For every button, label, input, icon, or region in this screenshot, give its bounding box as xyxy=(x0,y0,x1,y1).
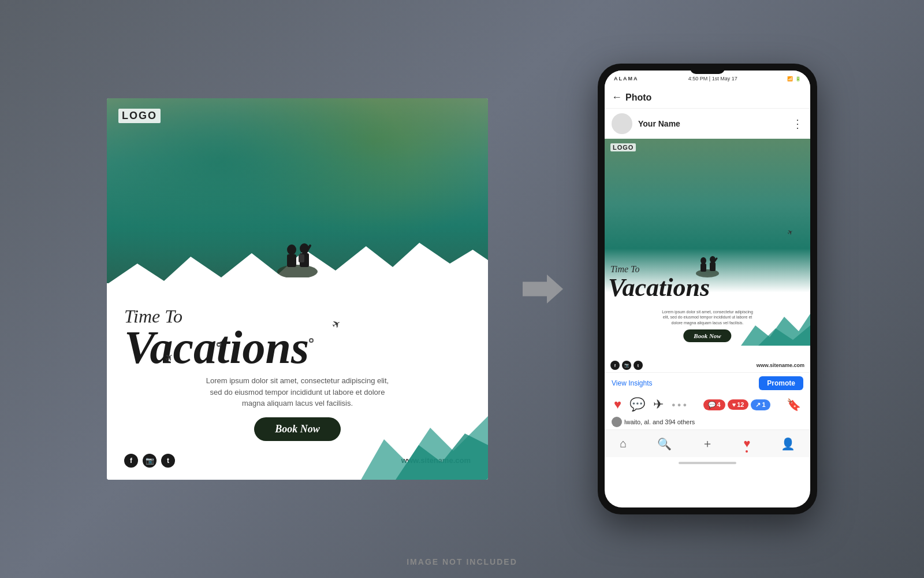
nav-active-dot xyxy=(746,450,748,453)
svg-point-0 xyxy=(277,265,318,277)
bottom-nav: ⌂ 🔍 ＋ ♥ 👤 xyxy=(605,429,810,457)
facebook-icon[interactable]: f xyxy=(124,454,138,468)
arrow-divider xyxy=(523,275,563,303)
like-button[interactable]: ♥ xyxy=(614,397,621,412)
phone-post-image: LOGO ✈ Time To Vacati xyxy=(605,139,810,358)
share-count: 1 xyxy=(762,401,765,408)
action-icons: ♥ 💬 ✈ ● ● ● xyxy=(614,397,687,412)
battery-icon: 🔋 xyxy=(795,76,801,81)
phone-couple-silhouette xyxy=(693,246,722,277)
nav-search-icon[interactable]: 🔍 xyxy=(657,437,672,451)
svg-rect-11 xyxy=(701,264,706,272)
phone-social-icons: f 📷 t xyxy=(610,361,643,370)
liker-avatar-1 xyxy=(612,417,622,427)
share-badge: ↗ 1 xyxy=(751,399,770,410)
nav-profile-icon[interactable]: 👤 xyxy=(781,437,795,451)
nav-home-icon[interactable]: ⌂ xyxy=(620,437,627,450)
phone-mockup: ALAMA 4:50 PM | 1st May 17 📶 🔋 ← Photo Y… xyxy=(598,64,817,514)
bookmark-button[interactable]: 🔖 xyxy=(787,398,801,412)
comment-badge: 💬 4 xyxy=(703,399,725,410)
svg-rect-2 xyxy=(287,254,296,267)
bottom-label: IMAGE NOT INCLUDED xyxy=(407,557,517,566)
phone-website-url: www.sitename.com xyxy=(757,362,804,368)
book-now-button[interactable]: Book Now xyxy=(254,417,341,441)
status-icons: 📶 🔋 xyxy=(787,76,801,81)
home-indicator xyxy=(605,457,810,469)
nav-add-icon[interactable]: ＋ xyxy=(702,436,713,451)
phone-post-footer: f 📷 t www.sitename.com xyxy=(605,358,810,372)
pin-marker-2 xyxy=(217,342,221,347)
svg-point-10 xyxy=(701,257,706,264)
vacations-text: Vacations xyxy=(124,327,471,368)
like-badge-icon: ♥ xyxy=(732,401,736,408)
wifi-icon: 📶 xyxy=(787,76,793,81)
svg-point-1 xyxy=(287,244,296,255)
social-media-card: LOGO ✈ ✈ Time To Vacations Lorem ipsum d… xyxy=(107,98,488,480)
like-badge: ♥ 12 xyxy=(728,399,749,410)
card-logo: LOGO xyxy=(118,109,161,123)
promote-button[interactable]: Promote xyxy=(759,376,803,390)
couple-silhouette xyxy=(274,225,321,277)
time-text: 4:50 PM | 1st May 17 xyxy=(688,76,737,81)
nav-heart-icon[interactable]: ♥ xyxy=(744,437,751,450)
phone-twitter-icon[interactable]: t xyxy=(634,361,643,370)
phone-book-now-button[interactable]: Book Now xyxy=(683,329,731,342)
like-count: 12 xyxy=(737,401,744,408)
comment-badge-icon: 💬 xyxy=(708,401,716,409)
phone-vacations-text: Vacations xyxy=(608,275,710,301)
twitter-icon[interactable]: t xyxy=(161,454,175,468)
insights-row: View Insights Promote xyxy=(605,372,810,394)
post-actions-row: ♥ 💬 ✈ ● ● ● 💬 4 ♥ 12 ↗ xyxy=(605,394,810,416)
phone-screen: ALAMA 4:50 PM | 1st May 17 📶 🔋 ← Photo Y… xyxy=(605,71,810,507)
phone-description: Lorem ipsum dolor sit amet, consectetur … xyxy=(661,309,754,326)
more-options-button[interactable]: ⋮ xyxy=(792,117,803,131)
share-badge-icon: ↗ xyxy=(755,401,761,409)
share-button[interactable]: ✈ xyxy=(653,397,664,412)
phone-airplane-icon: ✈ xyxy=(785,227,795,237)
page-title: Photo xyxy=(625,92,651,103)
phone-facebook-icon[interactable]: f xyxy=(610,361,620,370)
card-photo xyxy=(107,98,488,312)
phone-camera-notch xyxy=(690,64,725,74)
teal-mountains xyxy=(361,405,488,480)
pin-marker-1 xyxy=(309,338,314,343)
back-button[interactable]: ← xyxy=(612,91,622,103)
card-indicator-dot xyxy=(115,289,121,295)
comment-button[interactable]: 💬 xyxy=(629,397,645,412)
username-text: Your Name xyxy=(638,119,792,128)
app-header: ← Photo xyxy=(605,87,810,109)
view-insights-button[interactable]: View Insights xyxy=(612,379,652,387)
card-description: Lorem ipsum dolor sit amet, consectetur … xyxy=(199,375,396,409)
instagram-icon[interactable]: 📷 xyxy=(143,454,157,468)
user-info-row: Your Name ⋮ xyxy=(605,109,810,139)
likes-row: lwaito, al. and 394 others xyxy=(605,416,810,429)
likes-text: lwaito, al. and 394 others xyxy=(624,418,695,425)
carrier-text: ALAMA xyxy=(614,76,639,81)
user-avatar xyxy=(612,113,632,134)
dots-indicator: ● ● ● xyxy=(672,401,687,408)
arrow-icon xyxy=(523,275,563,303)
card-social-icons: f 📷 t xyxy=(124,454,175,468)
notification-badges: 💬 4 ♥ 12 ↗ 1 xyxy=(703,399,770,410)
comment-count: 4 xyxy=(717,401,721,408)
home-bar xyxy=(679,462,736,464)
svg-rect-6 xyxy=(299,254,304,262)
phone-instagram-icon[interactable]: 📷 xyxy=(622,361,631,370)
phone-post-logo: LOGO xyxy=(610,143,636,151)
